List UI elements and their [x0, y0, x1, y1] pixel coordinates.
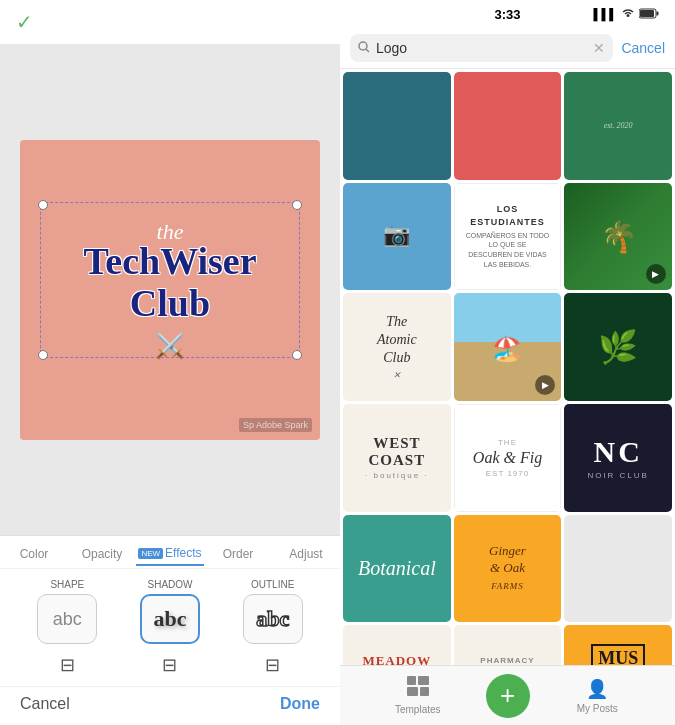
- template-palm2[interactable]: 🌿: [564, 293, 672, 401]
- effect-outline-label: OUTLINE: [251, 579, 294, 590]
- slider-2[interactable]: ⊟: [162, 654, 177, 676]
- tab-effects[interactable]: NEWEffects: [136, 542, 204, 566]
- nav-my-posts[interactable]: 👤 My Posts: [530, 678, 666, 714]
- my-posts-label: My Posts: [577, 703, 618, 714]
- search-cancel-button[interactable]: Cancel: [621, 40, 665, 56]
- done-button[interactable]: Done: [280, 695, 320, 713]
- status-time: 3:33: [494, 7, 520, 22]
- effect-shape-label: SHAPE: [50, 579, 84, 590]
- effect-shadow-box[interactable]: abc: [140, 594, 200, 644]
- effect-shape: SHAPE abc: [37, 579, 97, 644]
- svg-point-3: [359, 42, 367, 50]
- templates-grid: est. 2020 📷 LOS ESTUDIANTES COMPAÑEROS E…: [340, 69, 675, 665]
- template-nc[interactable]: NC NOIR CLUB: [564, 404, 672, 512]
- search-clear-button[interactable]: ✕: [593, 40, 605, 56]
- templates-scroll[interactable]: est. 2020 📷 LOS ESTUDIANTES COMPAÑEROS E…: [340, 69, 675, 665]
- template-meadow[interactable]: MEADOW LAKE VINEYARD & WINERY: [343, 625, 451, 665]
- tab-color[interactable]: Color: [0, 543, 68, 565]
- templates-label: Templates: [395, 704, 441, 715]
- yellow-badge: [543, 519, 557, 533]
- effects-row: SHAPE abc SHADOW abc OUTLINE abc: [0, 569, 340, 650]
- canvas-watermark: Sp Adobe Spark: [239, 418, 312, 432]
- nav-templates[interactable]: Templates: [350, 676, 486, 715]
- status-icons: ▌▌▌: [594, 7, 659, 21]
- handle-bl[interactable]: [38, 350, 48, 360]
- template-teal[interactable]: [343, 72, 451, 180]
- search-bar: ✕ Cancel: [340, 28, 675, 69]
- templates-icon: [407, 676, 429, 701]
- left-panel: ✓ the TechWiser Club ⚔️ Sp Adobe Spark C…: [0, 0, 340, 725]
- tabs-row: Color Opacity NEWEffects Order Adjust: [0, 536, 340, 569]
- template-red[interactable]: [454, 72, 562, 180]
- template-ginger[interactable]: Ginger& OakFARMS: [454, 515, 562, 623]
- effect-shadow: SHADOW abc: [140, 579, 200, 644]
- battery-icon: [639, 8, 659, 21]
- template-west-coast[interactable]: WESTCOAST · boutique ·: [343, 404, 451, 512]
- slider-1[interactable]: ⊟: [60, 654, 75, 676]
- sliders-row: ⊟ ⊟ ⊟: [0, 650, 340, 686]
- svg-rect-7: [407, 687, 418, 696]
- check-icon[interactable]: ✓: [16, 10, 33, 34]
- effect-outline: OUTLINE abc: [243, 579, 303, 644]
- tab-adjust[interactable]: Adjust: [272, 543, 340, 565]
- template-botanical[interactable]: Botanical: [343, 515, 451, 623]
- svg-rect-2: [657, 11, 659, 15]
- my-posts-icon: 👤: [586, 678, 608, 700]
- cancel-button[interactable]: Cancel: [20, 695, 70, 713]
- effect-shadow-label: SHADOW: [147, 579, 192, 590]
- search-icon: [358, 39, 370, 57]
- template-los-estudiantes[interactable]: LOS ESTUDIANTES COMPAÑEROS EN TODO LO QU…: [454, 183, 562, 291]
- new-badge: NEW: [138, 548, 163, 559]
- canvas-text-main: TechWiser Club: [83, 241, 256, 325]
- search-input-wrap[interactable]: ✕: [350, 34, 613, 62]
- right-panel: 3:33 ▌▌▌ ✕ Cancel: [340, 0, 675, 725]
- signal-icon: ▌▌▌: [594, 8, 617, 20]
- svg-rect-5: [407, 676, 416, 685]
- template-atomic[interactable]: TheAtomicClub ✕: [343, 293, 451, 401]
- wifi-icon: [621, 7, 635, 21]
- svg-line-4: [366, 49, 369, 52]
- svg-rect-8: [420, 687, 429, 696]
- canvas-area: the TechWiser Club ⚔️ Sp Adobe Spark: [0, 44, 340, 535]
- search-input[interactable]: [376, 40, 587, 56]
- effect-outline-box[interactable]: abc: [243, 594, 303, 644]
- canvas-card[interactable]: the TechWiser Club ⚔️ Sp Adobe Spark: [20, 140, 320, 440]
- template-empty[interactable]: [564, 515, 672, 623]
- template-museum[interactable]: MUSEUM.: [564, 625, 672, 665]
- template-pharmacy[interactable]: PHARMACY ⚕ FIRST STOP: [454, 625, 562, 665]
- tab-opacity[interactable]: Opacity: [68, 543, 136, 565]
- canvas-medal: ⚔️: [155, 332, 185, 360]
- template-camera[interactable]: 📷: [343, 183, 451, 291]
- top-bar: ✓: [0, 0, 340, 44]
- handle-br[interactable]: [292, 350, 302, 360]
- bottom-toolbar: Color Opacity NEWEffects Order Adjust SH…: [0, 535, 340, 725]
- template-beach[interactable]: 🏖️ ▶: [454, 293, 562, 401]
- svg-rect-6: [418, 676, 429, 685]
- svg-rect-1: [640, 10, 654, 17]
- handle-tr[interactable]: [292, 200, 302, 210]
- add-button[interactable]: +: [486, 674, 530, 718]
- bottom-nav: Templates + 👤 My Posts: [340, 665, 675, 725]
- handle-tl[interactable]: [38, 200, 48, 210]
- tab-order[interactable]: Order: [204, 543, 272, 565]
- effect-shape-box[interactable]: abc: [37, 594, 97, 644]
- action-row: Cancel Done: [0, 686, 340, 725]
- template-oak-fig[interactable]: THE Oak & Fig est 1970: [454, 404, 562, 512]
- status-bar: 3:33 ▌▌▌: [340, 0, 675, 28]
- slider-3[interactable]: ⊟: [265, 654, 280, 676]
- template-palm[interactable]: 🌴 ▶: [564, 183, 672, 291]
- template-dark-green[interactable]: est. 2020: [564, 72, 672, 180]
